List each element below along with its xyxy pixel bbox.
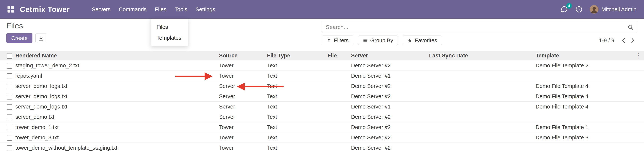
- cell-source[interactable]: Server: [216, 112, 264, 122]
- cell-template[interactable]: Demo File Template 4: [532, 91, 644, 102]
- row-checkbox[interactable]: [7, 135, 12, 141]
- cell-source[interactable]: Tower: [216, 60, 264, 71]
- messages-button[interactable]: 4: [560, 6, 568, 13]
- menu-tools[interactable]: Tools: [170, 0, 192, 19]
- cell-source[interactable]: Server: [216, 102, 264, 112]
- column-header-last-sync-date[interactable]: Last Sync Date: [426, 51, 532, 60]
- search-input[interactable]: [322, 22, 637, 32]
- cell-file[interactable]: [324, 132, 348, 143]
- cell-last-sync-date[interactable]: [426, 60, 532, 71]
- cell-source[interactable]: Tower: [216, 71, 264, 81]
- table-row[interactable]: server_demo_logs.txt Server Text Demo Se…: [0, 91, 644, 102]
- cell-source[interactable]: Tower: [216, 143, 264, 153]
- row-checkbox[interactable]: [7, 73, 12, 79]
- cell-template[interactable]: Demo File Template 2: [532, 60, 644, 71]
- cell-file-type[interactable]: Text: [264, 132, 324, 143]
- cell-server[interactable]: Demo Server #1: [348, 71, 426, 81]
- menu-servers[interactable]: Servers: [88, 0, 114, 19]
- table-row[interactable]: tower_demo_without_template_staging.txt …: [0, 143, 644, 153]
- cell-file-type[interactable]: Text: [264, 91, 324, 102]
- filters-button[interactable]: Filters: [322, 36, 353, 45]
- table-row[interactable]: server_demo_logs.txt Server Text Demo Se…: [0, 102, 644, 112]
- row-checkbox[interactable]: [7, 104, 12, 110]
- cell-file[interactable]: [324, 112, 348, 122]
- table-row[interactable]: tower_demo_1.txt Tower Text Demo Server …: [0, 122, 644, 132]
- cell-file[interactable]: [324, 102, 348, 112]
- column-header-source[interactable]: Source: [216, 51, 264, 60]
- pager-previous-button[interactable]: [619, 37, 628, 44]
- cell-rendered-name[interactable]: tower_demo_1.txt: [12, 122, 216, 132]
- cell-last-sync-date[interactable]: [426, 132, 532, 143]
- cell-file[interactable]: [324, 60, 348, 71]
- cell-server[interactable]: Demo Server #2: [348, 143, 426, 153]
- cell-server[interactable]: Demo Server #2: [348, 91, 426, 102]
- cell-last-sync-date[interactable]: [426, 143, 532, 153]
- pager-next-button[interactable]: [628, 37, 637, 44]
- cell-last-sync-date[interactable]: [426, 112, 532, 122]
- table-row[interactable]: server_demo_logs.txt Server Text Demo Se…: [0, 81, 644, 91]
- table-row[interactable]: tower_demo_3.txt Tower Text Demo Server …: [0, 132, 644, 143]
- row-checkbox[interactable]: [7, 114, 12, 120]
- column-header-server[interactable]: Server: [348, 51, 426, 60]
- cell-server[interactable]: Demo Server #1: [348, 102, 426, 112]
- cell-last-sync-date[interactable]: [426, 71, 532, 81]
- cell-template[interactable]: [532, 143, 644, 153]
- cell-template[interactable]: Demo File Template 4: [532, 81, 644, 91]
- cell-rendered-name[interactable]: server_demo_logs.txt: [12, 91, 216, 102]
- cell-file-type[interactable]: Text: [264, 71, 324, 81]
- cell-source[interactable]: Server: [216, 81, 264, 91]
- row-checkbox[interactable]: [7, 94, 12, 99]
- export-button[interactable]: [36, 33, 46, 43]
- row-checkbox[interactable]: [7, 145, 12, 151]
- apps-grid-icon[interactable]: [6, 5, 15, 14]
- cell-rendered-name[interactable]: server_demo_logs.txt: [12, 102, 216, 112]
- cell-file-type[interactable]: Text: [264, 60, 324, 71]
- cell-file[interactable]: [324, 143, 348, 153]
- cell-server[interactable]: Demo Server #2: [348, 60, 426, 71]
- menu-commands[interactable]: Commands: [114, 0, 150, 19]
- cell-template[interactable]: Demo File Template 1: [532, 122, 644, 132]
- table-row[interactable]: repos.yaml Tower Text Demo Server #1: [0, 71, 644, 81]
- cell-file[interactable]: [324, 81, 348, 91]
- row-checkbox[interactable]: [7, 63, 12, 69]
- cell-file[interactable]: [324, 91, 348, 102]
- cell-rendered-name[interactable]: staging_tower_demo_2.txt: [12, 60, 216, 71]
- cell-template[interactable]: [532, 71, 644, 81]
- cell-last-sync-date[interactable]: [426, 81, 532, 91]
- cell-file-type[interactable]: Text: [264, 112, 324, 122]
- dropdown-item-files[interactable]: Files: [151, 21, 188, 32]
- cell-template[interactable]: [532, 112, 644, 122]
- cell-source[interactable]: Tower: [216, 132, 264, 143]
- cell-file-type[interactable]: Text: [264, 81, 324, 91]
- cell-server[interactable]: Demo Server #2: [348, 132, 426, 143]
- cell-source[interactable]: Tower: [216, 122, 264, 132]
- column-header-rendered-name[interactable]: Rendered Name: [12, 51, 216, 60]
- column-header-file[interactable]: File: [324, 51, 348, 60]
- cell-server[interactable]: Demo Server #2: [348, 122, 426, 132]
- cell-file[interactable]: [324, 122, 348, 132]
- group-by-button[interactable]: Group By: [358, 36, 398, 45]
- cell-server[interactable]: Demo Server #2: [348, 112, 426, 122]
- cell-server[interactable]: Demo Server #2: [348, 81, 426, 91]
- menu-files[interactable]: Files Files Templates: [151, 0, 170, 19]
- create-button[interactable]: Create: [6, 33, 32, 43]
- row-checkbox[interactable]: [7, 84, 12, 89]
- dropdown-item-templates[interactable]: Templates: [151, 32, 188, 43]
- cell-source[interactable]: Server: [216, 91, 264, 102]
- optional-columns-button[interactable]: ⋮: [635, 52, 641, 59]
- search-icon[interactable]: [627, 24, 634, 31]
- cell-template[interactable]: Demo File Template 3: [532, 132, 644, 143]
- select-all-checkbox[interactable]: [7, 53, 12, 59]
- cell-last-sync-date[interactable]: [426, 102, 532, 112]
- cell-last-sync-date[interactable]: [426, 122, 532, 132]
- cell-file-type[interactable]: Text: [264, 122, 324, 132]
- menu-settings[interactable]: Settings: [191, 0, 219, 19]
- cell-rendered-name[interactable]: repos.yaml: [12, 71, 216, 81]
- column-header-file-type[interactable]: File Type: [264, 51, 324, 60]
- cell-file-type[interactable]: Text: [264, 143, 324, 153]
- cell-rendered-name[interactable]: server_demo.txt: [12, 112, 216, 122]
- cell-rendered-name[interactable]: tower_demo_3.txt: [12, 132, 216, 143]
- activity-button[interactable]: [575, 6, 583, 13]
- cell-rendered-name[interactable]: server_demo_logs.txt: [12, 81, 216, 91]
- table-row[interactable]: staging_tower_demo_2.txt Tower Text Demo…: [0, 60, 644, 71]
